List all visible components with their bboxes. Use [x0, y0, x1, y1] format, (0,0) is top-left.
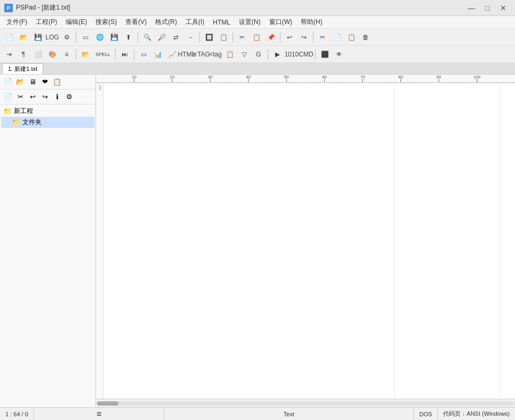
toolbar2-btn-listnum[interactable]: ≡ [60, 47, 74, 61]
toolbar-btn-copy2[interactable]: 📄 [330, 30, 344, 44]
svg-rect-159 [442, 82, 442, 83]
tree-item-folder[interactable]: 📁文件夹 [1, 117, 94, 128]
toolbar-btn-find2[interactable]: 🔎 [155, 30, 168, 44]
svg-text:90: 90 [437, 75, 442, 79]
sidebar-btn2-move-up[interactable]: ↩ [27, 91, 38, 103]
menu-format[interactable]: 格式(R) [151, 16, 181, 28]
toolbar-btn-find[interactable]: 🔍 [140, 30, 154, 44]
toolbar-btn-browse[interactable]: 🌐 [93, 30, 107, 44]
toolbar2-btn-play[interactable]: ▶ [270, 47, 284, 61]
toolbar-btn-clip1[interactable]: 🔲 [202, 30, 216, 44]
svg-rect-147 [416, 82, 416, 83]
svg-rect-11 [120, 82, 120, 83]
sidebar-btn-open-folder[interactable]: 📂 [14, 76, 26, 88]
menu-html[interactable]: HTML [208, 16, 235, 28]
toolbar-btn-log[interactable]: LOG [45, 30, 59, 44]
toolbar-btn-save-file[interactable]: 💾 [31, 30, 45, 44]
menu-edit[interactable]: 编辑(E) [61, 16, 91, 28]
toolbar-btn-undo[interactable]: ↩ [283, 30, 296, 44]
toolbar-btn-redo[interactable]: ↪ [297, 30, 311, 44]
minimize-button[interactable]: — [464, 2, 479, 14]
sidebar-btn-new-proj[interactable]: 📄 [2, 76, 14, 88]
scrollbar-track[interactable] [97, 401, 514, 406]
tab-tab1[interactable]: 1. 新建1.txt [2, 63, 43, 74]
toolbar2-btn-pilcrow[interactable]: ¶ [17, 47, 30, 61]
tree-item-root[interactable]: 📁新工程 [1, 106, 94, 117]
toolbar-btn-delete[interactable]: 🗑 [359, 30, 373, 44]
sidebar-btn2-move-down[interactable]: ↪ [39, 91, 51, 103]
menu-view[interactable]: 查看(V) [121, 16, 151, 28]
svg-rect-112 [340, 82, 340, 83]
toolbar-btn-clip2[interactable]: 📋 [216, 30, 230, 44]
toolbar2-btn-bar-chart[interactable]: 📈 [165, 47, 179, 61]
maximize-button[interactable]: □ [480, 2, 495, 14]
toolbar2-btn-macro[interactable]: 👁 [332, 47, 346, 61]
toolbar-btn-select-rect[interactable]: ▭ [78, 30, 92, 44]
toolbar-btn-cut2[interactable]: ✂ [316, 30, 329, 44]
toolbar2-btn-media-end[interactable]: ⏭ [118, 47, 132, 61]
editor-text[interactable] [103, 83, 515, 399]
sidebar-btn-clipboard[interactable]: 📋 [51, 76, 63, 88]
sidebar-btn2-info[interactable]: ℹ [51, 91, 63, 103]
svg-rect-127 [373, 82, 373, 83]
toolbar-btn-cut[interactable]: ✂ [235, 30, 249, 44]
menu-window[interactable]: 窗口(W) [265, 16, 296, 28]
scrollbar-thumb[interactable] [97, 401, 118, 406]
svg-rect-6 [109, 82, 109, 83]
sidebar-btn-monitor[interactable]: 🖥 [27, 76, 38, 88]
svg-rect-81 [272, 82, 273, 83]
svg-rect-158 [440, 82, 440, 83]
sidebar-btn2-remove[interactable]: ✂ [14, 91, 26, 103]
svg-rect-115 [347, 82, 347, 83]
toolbar2-btn-indent[interactable]: ⇥ [2, 47, 16, 61]
toolbar2-btn-pie-chart[interactable]: 📊 [151, 47, 165, 61]
menu-help[interactable]: 帮助(H) [296, 16, 327, 28]
toolbar-btn-save-all[interactable]: 💾 [107, 30, 121, 44]
menu-file[interactable]: 文件(F) [2, 16, 31, 28]
toolbar2-btn-ctag[interactable]: <tag [208, 47, 222, 61]
toolbar2-btn-html-tag[interactable]: HTML [180, 47, 194, 61]
toolbar2-btn-counter[interactable]: 1010 [285, 47, 299, 61]
toolbar-btn-copy[interactable]: 📋 [250, 30, 263, 44]
toolbar2-btn-google[interactable]: G [252, 47, 265, 61]
svg-rect-94 [301, 82, 301, 83]
menu-search[interactable]: 搜索(S) [91, 16, 121, 28]
svg-rect-7 [111, 82, 112, 83]
toolbar-btn-new-file[interactable]: 📄 [2, 30, 16, 44]
toolbar2-btn-xtag[interactable]: ✕TAG [194, 47, 208, 61]
toolbar-btn-goto[interactable]: → [183, 30, 197, 44]
toolbar-btn-paste2[interactable]: 📋 [344, 30, 358, 44]
toolbar2-btn-color[interactable]: 🎨 [45, 47, 59, 61]
horizontal-scrollbar[interactable] [96, 399, 515, 407]
toolbar-btn-settings2[interactable]: ⚙ [60, 30, 74, 44]
sidebar-btn2-add[interactable]: 📄 [2, 91, 14, 103]
sidebar-btn2-config[interactable]: ⚙ [63, 91, 75, 103]
close-button[interactable]: ✕ [496, 2, 511, 14]
svg-rect-129 [377, 82, 377, 83]
toolbar-btn-paste[interactable]: 📌 [264, 30, 278, 44]
toolbar2-btn-stop-rec[interactable]: ⬛ [318, 47, 332, 61]
status-codepage: 代码页：ANSI (Windows) [438, 408, 515, 420]
toolbar2-btn-page-break[interactable]: 📋 [223, 47, 237, 61]
svg-rect-150 [422, 82, 423, 83]
toolbar-btn-replace[interactable]: ⇄ [169, 30, 183, 44]
svg-rect-82 [275, 82, 275, 83]
toolbar2-btn-wordwrap[interactable]: ⬜ [31, 47, 45, 61]
sidebar-btn-heart[interactable]: ❤ [39, 76, 51, 88]
svg-rect-8 [114, 82, 114, 83]
menu-tools[interactable]: 工具(I) [181, 16, 208, 28]
svg-rect-152 [427, 82, 428, 83]
toolbar2-btn-cmd[interactable]: CMD [299, 47, 313, 61]
toolbar2-btn-folder-open[interactable]: 📂 [78, 47, 92, 61]
svg-rect-85 [281, 82, 281, 83]
menu-settings[interactable]: 设置(N) [235, 16, 265, 28]
toolbar2-btn-spell[interactable]: SPELL [93, 47, 113, 61]
toolbar-btn-open-file[interactable]: 📂 [17, 30, 30, 44]
toolbar2-btn-box[interactable]: ▭ [136, 47, 150, 61]
svg-rect-79 [268, 82, 269, 83]
svg-rect-0 [96, 82, 96, 83]
menu-project[interactable]: 工程(P) [31, 16, 61, 28]
toolbar-btn-ftp[interactable]: ⬆ [122, 30, 135, 44]
svg-rect-166 [457, 82, 458, 83]
toolbar2-btn-filter[interactable]: ▽ [237, 47, 251, 61]
